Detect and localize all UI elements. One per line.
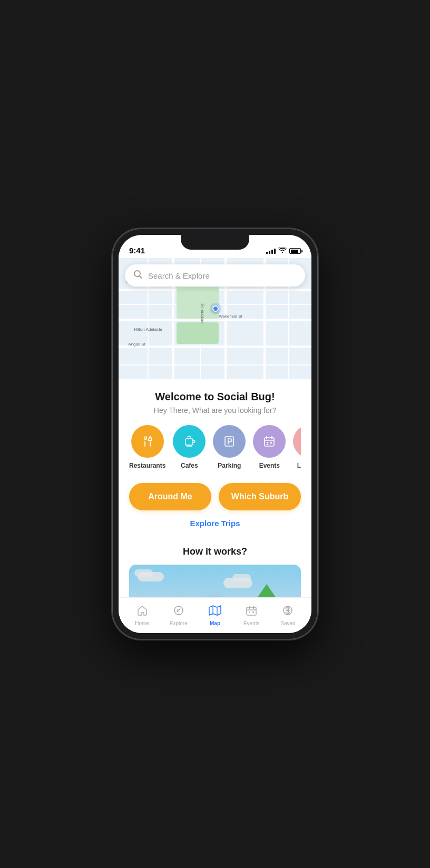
explore-trips-link[interactable]: Explore Trips (129, 519, 301, 528)
cloud-4 (232, 574, 251, 581)
signal-bar-3 (271, 250, 273, 254)
status-icons (266, 247, 301, 255)
category-label-cafes: Cafes (181, 462, 198, 469)
video-scene (129, 565, 301, 597)
nav-home-label: Home (135, 620, 149, 626)
video-thumbnail[interactable] (129, 565, 301, 597)
welcome-title: Welcome to Social Bug! (129, 391, 301, 403)
svg-rect-9 (267, 442, 268, 443)
signal-bar-1 (266, 252, 268, 254)
search-icon (133, 270, 143, 281)
nav-map[interactable]: Map (197, 605, 233, 626)
home-icon (136, 605, 148, 619)
signal-bars-icon (266, 249, 276, 254)
category-circle-restaurants (131, 425, 164, 458)
categories-row: Restaurants Cafes (129, 425, 301, 474)
category-lookout[interactable]: Lookout (293, 425, 301, 469)
search-bar[interactable]: Search & Explore (125, 264, 305, 287)
nav-events-label: Events (243, 620, 260, 626)
svg-rect-5 (265, 438, 274, 446)
svg-rect-3 (225, 437, 233, 446)
events-icon (246, 605, 257, 619)
category-circle-lookout (293, 425, 301, 458)
category-circle-parking (213, 425, 246, 458)
nav-saved[interactable]: Saved (270, 605, 306, 626)
battery-icon (289, 248, 301, 254)
map-label-angas: Angas St (128, 342, 145, 347)
map-label-victoria: Victoria Sq (200, 303, 204, 324)
cloud-2 (134, 569, 153, 577)
saved-icon (282, 605, 294, 619)
search-input[interactable]: Search & Explore (148, 271, 297, 280)
svg-rect-20 (247, 607, 256, 615)
phone-screen: 9:41 (119, 235, 311, 633)
nav-events[interactable]: Events (233, 605, 270, 626)
category-circle-cafes (173, 425, 206, 458)
how-it-works-section: How it works? (119, 546, 311, 597)
map-label-hilton: Hilton Adelaide (134, 327, 162, 332)
category-restaurants[interactable]: Restaurants (129, 425, 165, 469)
notch (181, 235, 249, 250)
around-me-button[interactable]: Around Me (129, 483, 211, 510)
explore-trips-text: Explore Trips (190, 519, 240, 528)
mountain (238, 584, 296, 597)
svg-rect-11 (267, 444, 268, 445)
welcome-section: Welcome to Social Bug! Hey There, What a… (119, 379, 311, 546)
category-label-parking: Parking (218, 462, 241, 469)
nav-home[interactable]: Home (124, 605, 160, 626)
phone-frame: 9:41 (112, 229, 318, 639)
category-parking[interactable]: Parking (213, 425, 246, 469)
how-it-works-title: How it works? (129, 546, 301, 557)
category-circle-events (253, 425, 286, 458)
map-section: Franklin St Victoria Sq Wakefield St Ang… (119, 258, 311, 379)
around-me-label: Around Me (148, 492, 192, 501)
category-cafes[interactable]: Cafes (173, 425, 206, 469)
which-suburb-button[interactable]: Which Suburb (219, 483, 301, 510)
category-label-restaurants: Restaurants (129, 462, 165, 469)
nav-explore[interactable]: Explore (160, 605, 197, 626)
action-buttons: Around Me Which Suburb (129, 483, 301, 510)
map-icon (209, 605, 221, 619)
welcome-subtitle: Hey There, What are you looking for? (129, 406, 301, 415)
nav-map-label: Map (210, 620, 220, 626)
status-time: 9:41 (129, 246, 145, 255)
category-label-events: Events (259, 462, 280, 469)
signal-bar-2 (269, 251, 270, 254)
explore-icon (173, 605, 184, 619)
wifi-icon (278, 247, 287, 255)
category-label-lookout: Lookout (297, 462, 301, 469)
svg-rect-10 (270, 442, 272, 443)
svg-rect-25 (252, 611, 254, 613)
map-label-wakefield: Wakefield St (219, 314, 242, 319)
signal-bar-4 (274, 249, 276, 254)
which-suburb-label: Which Suburb (231, 492, 288, 501)
nav-explore-label: Explore (170, 620, 188, 626)
svg-rect-1 (185, 439, 193, 445)
bottom-nav: Home Explore (119, 597, 311, 633)
content-area[interactable]: Franklin St Victoria Sq Wakefield St Ang… (119, 258, 311, 597)
svg-rect-24 (249, 611, 250, 613)
location-dot (210, 303, 221, 314)
nav-saved-label: Saved (280, 620, 295, 626)
category-events[interactable]: Events (253, 425, 286, 469)
